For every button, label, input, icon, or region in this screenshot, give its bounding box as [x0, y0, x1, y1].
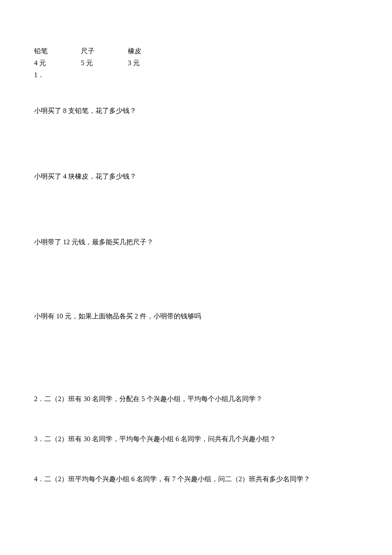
- q1-sub-0: 小明买了 8 支铅笔，花了多少钱？: [34, 106, 358, 116]
- price-table: 铅笔 尺子 橡皮: [34, 46, 358, 56]
- q4: 4．二（2）班平均每个兴趣小组 6 名同学，有 7 个兴趣小组，问二（2）班共有…: [34, 474, 358, 484]
- price-col-price-0: 4 元: [34, 58, 81, 68]
- price-col-price-1: 5 元: [81, 58, 128, 68]
- price-table-prices: 4 元 5 元 3 元: [34, 58, 358, 68]
- q1-sub-2: 小明带了 12 元钱，最多能买几把尺子？: [34, 237, 358, 247]
- q1-number: 1．: [34, 70, 358, 80]
- price-col-name-1: 尺子: [81, 46, 128, 56]
- q3: 3．二（2）班有 30 名同学，平均每个兴趣小组 6 名同学，问共有几个兴趣小组…: [34, 434, 358, 444]
- q1-sub-3: 小明有 10 元，如果上面物品各买 2 件，小明带的钱够吗: [34, 311, 358, 321]
- q1-sub-1: 小明买了 4 块橡皮，花了多少钱？: [34, 171, 358, 182]
- price-col-price-2: 3 元: [128, 58, 175, 68]
- price-col-name-0: 铅笔: [34, 46, 81, 56]
- q2: 2．二（2）班有 30 名同学，分配在 5 个兴趣小组，平均每个小组几名同学？: [34, 394, 358, 404]
- price-col-name-2: 橡皮: [128, 46, 175, 56]
